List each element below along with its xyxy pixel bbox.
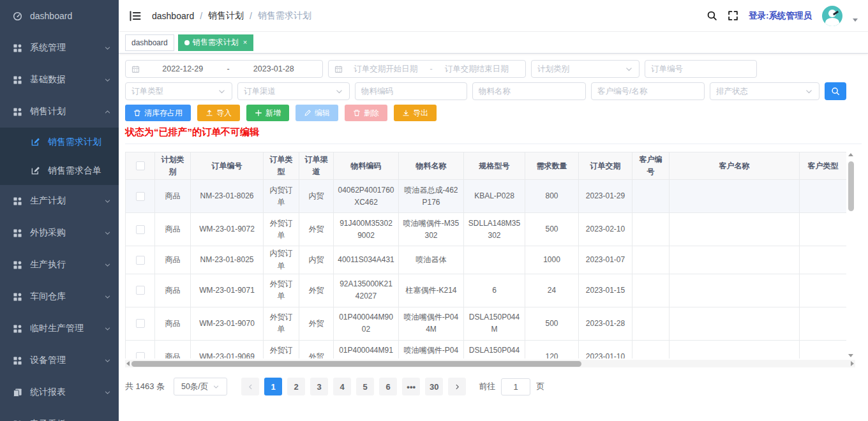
breadcrumb-item[interactable]: dashboard bbox=[152, 11, 194, 21]
chevron-down-icon bbox=[805, 87, 813, 96]
next-page-button[interactable] bbox=[448, 378, 466, 395]
goto-page-input[interactable] bbox=[501, 378, 530, 395]
sidebar-item-equipment[interactable]: 设备管理 bbox=[0, 344, 119, 376]
material-name-input[interactable] bbox=[479, 87, 580, 96]
row-checkbox[interactable] bbox=[136, 352, 145, 358]
customer-input[interactable] bbox=[597, 87, 698, 96]
breadcrumb-item[interactable]: 销售计划 bbox=[208, 10, 244, 22]
due-date-range-picker[interactable]: 订单交期开始日期 - 订单交期结束日期 bbox=[328, 60, 526, 78]
col-order-channel: 订单渠道 bbox=[299, 152, 334, 180]
due-start-placeholder[interactable]: 订单交期开始日期 bbox=[343, 64, 428, 75]
material-name-field[interactable] bbox=[472, 82, 586, 100]
import-button[interactable]: 导入 bbox=[197, 105, 240, 121]
add-button[interactable]: 新增 bbox=[246, 105, 289, 121]
sidebar-item-statistics[interactable]: 统计报表 bbox=[0, 376, 119, 408]
sidebar-item-production-plan[interactable]: 生产计划 bbox=[0, 185, 119, 217]
table-row[interactable]: 商品WM-23-01-9069 外贸订单外贸 01P400044M9116喷油嘴… bbox=[126, 340, 847, 358]
sidebar-item-dashboard[interactable]: dashboard bbox=[0, 0, 119, 32]
scroll-right-icon[interactable] bbox=[851, 361, 854, 366]
sidebar-item-label: dashboard bbox=[30, 11, 111, 21]
end-date-value[interactable]: 2023-01-28 bbox=[231, 64, 317, 73]
fullscreen-icon[interactable] bbox=[728, 10, 738, 21]
calendar-icon bbox=[334, 65, 343, 73]
sidebar-item-temp-production[interactable]: 临时生产管理 bbox=[0, 313, 119, 344]
create-date-range-picker[interactable]: 2022-12-29 - 2023-01-28 bbox=[125, 60, 323, 78]
material-code-input[interactable] bbox=[361, 87, 461, 96]
customer-field[interactable] bbox=[591, 82, 705, 100]
chevron-down-icon bbox=[104, 77, 111, 84]
search-icon bbox=[831, 87, 840, 96]
page-button-30[interactable]: 30 bbox=[425, 378, 443, 395]
sidebar-item-outsourcing[interactable]: 外协采购 bbox=[0, 217, 119, 249]
order-no-field[interactable] bbox=[645, 60, 757, 78]
user-menu-caret-icon[interactable] bbox=[853, 18, 858, 22]
edit-button-disabled[interactable]: 编辑 bbox=[296, 105, 338, 121]
horizontal-scrollbar-thumb[interactable] bbox=[131, 361, 581, 367]
plan-category-select[interactable] bbox=[531, 60, 640, 78]
page-size-select[interactable]: 50条/页 bbox=[174, 378, 227, 395]
vertical-scrollbar[interactable] bbox=[846, 152, 855, 358]
sidebar-item-sales-plan[interactable]: 销售计划 bbox=[0, 96, 119, 128]
close-tab-icon[interactable]: × bbox=[243, 39, 247, 46]
page-button-3[interactable]: 3 bbox=[310, 378, 328, 395]
order-channel-select[interactable] bbox=[237, 82, 350, 100]
tab-sales-demand-plan[interactable]: 销售需求计划 × bbox=[178, 34, 253, 51]
sidebar-item-production-exec[interactable]: 生产执行 bbox=[0, 249, 119, 281]
sidebar-item-dashboard-board[interactable]: 电子看板 bbox=[0, 408, 119, 421]
sidebar-item-sales-demand-merge[interactable]: 销售需求合单 bbox=[0, 156, 119, 185]
sidebar-item-sales-demand-plan[interactable]: 销售需求计划 bbox=[0, 128, 119, 156]
table-row[interactable]: 商品WM-23-01-9070 外贸订单外贸 01P400044M9002喷油嘴… bbox=[126, 307, 847, 340]
table-row[interactable]: 商品WM-23-01-9072 外贸订单外贸 91J400M353029002喷… bbox=[126, 213, 847, 246]
page-button-6[interactable]: 6 bbox=[379, 378, 397, 395]
menu-grid-icon bbox=[13, 260, 22, 270]
col-plan-category: 计划类别 bbox=[155, 152, 191, 180]
select-all-checkbox[interactable] bbox=[136, 161, 145, 170]
table-row[interactable]: 商品NM-23-01-8026 内贸订单内贸 04062P4001760XC46… bbox=[126, 180, 847, 213]
sidebar-item-workshop-warehouse[interactable]: 车间仓库 bbox=[0, 281, 119, 313]
row-checkbox[interactable] bbox=[136, 319, 145, 328]
due-end-placeholder[interactable]: 订单交期结束日期 bbox=[434, 64, 520, 75]
page-button-4[interactable]: 4 bbox=[333, 378, 351, 395]
tab-dashboard[interactable]: dashboard bbox=[125, 34, 174, 51]
clear-stock-occupy-button[interactable]: 清库存占用 bbox=[125, 105, 191, 121]
prev-page-button[interactable] bbox=[241, 378, 259, 395]
avatar[interactable] bbox=[822, 6, 842, 26]
page-button-5[interactable]: 5 bbox=[356, 378, 374, 395]
row-checkbox[interactable] bbox=[136, 256, 145, 265]
scroll-down-icon[interactable] bbox=[848, 354, 853, 357]
vertical-scrollbar-thumb[interactable] bbox=[848, 161, 854, 211]
goto-suffix: 页 bbox=[536, 381, 544, 392]
chevron-down-icon bbox=[104, 357, 111, 364]
sidebar-toggle-icon[interactable] bbox=[129, 10, 142, 22]
schedule-status-select[interactable] bbox=[710, 82, 819, 100]
page-button-2[interactable]: 2 bbox=[287, 378, 305, 395]
plan-category-input[interactable] bbox=[537, 64, 625, 73]
order-type-select[interactable] bbox=[125, 82, 232, 100]
order-no-input[interactable] bbox=[651, 64, 751, 73]
schedule-status-input[interactable] bbox=[716, 87, 805, 96]
chevron-down-icon bbox=[104, 262, 111, 269]
row-checkbox[interactable] bbox=[136, 225, 145, 234]
scroll-left-icon[interactable] bbox=[126, 361, 130, 366]
horizontal-scrollbar[interactable] bbox=[125, 360, 855, 367]
table-row[interactable]: 商品WM-23-01-9071 外贸订单外贸 92A135000K2142027… bbox=[126, 274, 847, 307]
more-pages-button[interactable]: ••• bbox=[402, 378, 420, 395]
search-icon[interactable] bbox=[707, 10, 717, 21]
delete-button-disabled[interactable]: 删除 bbox=[345, 105, 387, 121]
order-channel-input[interactable] bbox=[244, 87, 335, 96]
search-button[interactable] bbox=[825, 82, 846, 100]
data-table-wrapper: 计划类别 订单编号 订单类型 订单渠道 物料编码 物料名称 规格型号 需求数量 … bbox=[125, 152, 846, 358]
row-checkbox[interactable] bbox=[136, 192, 145, 201]
row-checkbox[interactable] bbox=[136, 286, 145, 295]
sidebar-item-system-management[interactable]: 系统管理 bbox=[0, 32, 119, 64]
material-code-field[interactable] bbox=[355, 82, 467, 100]
pencil-icon bbox=[304, 109, 311, 117]
order-type-input[interactable] bbox=[131, 87, 218, 96]
page-button-1[interactable]: 1 bbox=[264, 378, 282, 395]
report-icon bbox=[13, 388, 22, 397]
table-row[interactable]: 商品NM-23-01-8025 内贸订单内贸 40011S034A431喷油器体… bbox=[126, 246, 847, 274]
start-date-value[interactable]: 2022-12-29 bbox=[140, 64, 225, 73]
scroll-up-icon[interactable] bbox=[848, 153, 853, 156]
export-button[interactable]: 导出 bbox=[394, 105, 437, 121]
sidebar-item-base-data[interactable]: 基础数据 bbox=[0, 64, 119, 96]
